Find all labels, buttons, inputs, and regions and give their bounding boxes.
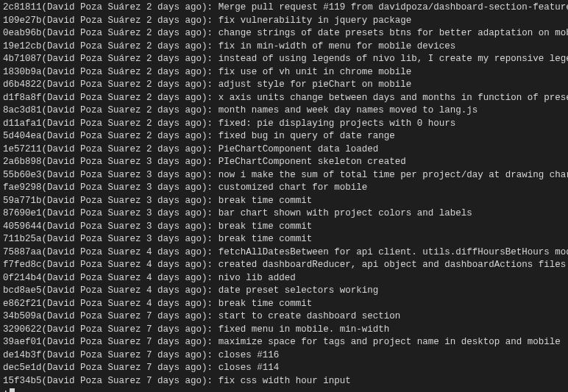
close-paren: ) xyxy=(202,170,207,180)
commit-author: David Poza Suarez xyxy=(47,311,141,321)
commit-line: 15f34b5(David Poza Suarez 7 days ago): f… xyxy=(3,375,565,388)
commit-line: de14b3f(David Poza Suarez 7 days ago): c… xyxy=(3,349,565,363)
pager-prompt[interactable]: : xyxy=(3,388,565,392)
colon-sep: : xyxy=(207,311,219,321)
commit-message: month names and week day names moved to … xyxy=(219,105,478,115)
commit-hash: 4b71087 xyxy=(3,54,42,64)
close-paren: ) xyxy=(202,105,207,115)
close-paren: ) xyxy=(202,67,207,77)
commit-author: David Poza Suarez xyxy=(47,273,141,283)
commit-line: 19e12cb(David Poza Suárez 2 days ago): f… xyxy=(3,40,565,54)
commit-date: 2 days ago xyxy=(146,79,202,90)
commit-hash: 711b25a xyxy=(3,234,42,244)
commit-message: start to create dashboard section xyxy=(219,311,401,321)
commit-message: date preset selectors working xyxy=(219,285,379,296)
colon-sep: : xyxy=(207,273,219,283)
commit-author: David Poza Suarez xyxy=(47,196,141,206)
commit-message: Merge pull request #119 from davidpoza/d… xyxy=(219,2,568,13)
commit-message: fixed bug in query of date range xyxy=(219,131,395,141)
commit-message: break time commit xyxy=(219,299,313,309)
colon-sep: : xyxy=(207,131,219,141)
commit-line: 39aef01(David Poza Suarez 7 days ago): m… xyxy=(3,336,565,349)
commit-author: David Poza Suarez xyxy=(47,337,141,347)
close-paren: ) xyxy=(202,54,207,64)
commit-date: 3 days ago xyxy=(146,208,202,218)
colon-sep: : xyxy=(207,54,219,64)
commit-hash: 15f34b5 xyxy=(3,376,42,386)
commit-date: 2 days ago xyxy=(146,144,202,154)
colon-sep: : xyxy=(207,376,219,386)
close-paren: ) xyxy=(202,28,207,38)
close-paren: ) xyxy=(202,350,207,360)
close-paren: ) xyxy=(202,93,207,103)
open-paren: ( xyxy=(42,105,48,115)
commit-date: 7 days ago xyxy=(146,311,202,321)
commit-hash: 5d404ea xyxy=(3,131,42,141)
commit-hash: 8ac3d81 xyxy=(3,105,42,115)
open-paren: ( xyxy=(42,196,48,206)
close-paren: ) xyxy=(202,311,207,321)
commit-hash: e862f21 xyxy=(3,299,42,309)
colon-sep: : xyxy=(207,182,219,193)
commit-line: 34b509a(David Poza Suarez 7 days ago): s… xyxy=(3,310,565,324)
open-paren: ( xyxy=(42,285,48,296)
commit-author: David Poza Suárez xyxy=(47,67,141,77)
commit-date: 4 days ago xyxy=(146,273,202,283)
commit-date: 4 days ago xyxy=(146,260,202,270)
colon-sep: : xyxy=(207,67,219,77)
close-paren: ) xyxy=(202,363,207,373)
commit-hash: 109e27b xyxy=(3,15,42,26)
commit-line: 75887aa(David Poza Suarez 4 days ago): f… xyxy=(3,246,565,260)
open-paren: ( xyxy=(42,208,48,218)
open-paren: ( xyxy=(42,260,48,270)
colon-sep: : xyxy=(207,350,219,360)
commit-date: 2 days ago xyxy=(146,54,202,64)
commit-message: break time commit xyxy=(219,221,313,232)
commit-date: 3 days ago xyxy=(146,196,202,206)
commit-author: David Poza Suarez xyxy=(47,234,141,244)
colon-sep: : xyxy=(207,144,219,154)
close-paren: ) xyxy=(202,79,207,90)
git-log-output: 2c81811(David Poza Suárez 2 days ago): M… xyxy=(0,0,568,392)
commit-hash: 75887aa xyxy=(3,247,42,257)
commit-line: 1e57211(David Poza Suarez 2 days ago): P… xyxy=(3,143,565,157)
commit-author: David Poza Suárez xyxy=(47,2,141,13)
commit-author: David Poza Suárez xyxy=(47,41,141,51)
open-paren: ( xyxy=(42,118,48,129)
commit-message: fixed: pie displaying projects with 0 ho… xyxy=(219,118,456,129)
close-paren: ) xyxy=(202,131,207,141)
close-paren: ) xyxy=(202,221,207,232)
commit-line: 711b25a(David Poza Suarez 3 days ago): b… xyxy=(3,233,565,246)
commit-author: David Poza Suarez xyxy=(47,182,141,193)
commit-hash: 39aef01 xyxy=(3,337,42,347)
commit-author: David Poza Suarez xyxy=(47,299,141,309)
open-paren: ( xyxy=(42,131,48,141)
commit-message: closes #114 xyxy=(219,363,280,373)
open-paren: ( xyxy=(42,28,48,38)
close-paren: ) xyxy=(202,157,207,167)
commit-line: fae9298(David Poza Suarez 3 days ago): c… xyxy=(3,182,565,195)
commit-author: David Poza Suarez xyxy=(47,376,141,386)
commit-line: 1830b9a(David Poza Suárez 2 days ago): f… xyxy=(3,66,565,79)
commit-hash: 1830b9a xyxy=(3,67,42,77)
commit-line: 4b71087(David Poza Suárez 2 days ago): i… xyxy=(3,53,565,66)
open-paren: ( xyxy=(42,15,48,26)
prompt-text: : xyxy=(3,388,9,392)
commit-date: 7 days ago xyxy=(146,363,202,373)
commit-date: 4 days ago xyxy=(146,247,202,257)
open-paren: ( xyxy=(42,299,48,309)
commit-message: PieChartComponent data loaded xyxy=(219,144,379,154)
open-paren: ( xyxy=(42,157,48,167)
commit-message: PIeChartComponent skeleton created xyxy=(219,157,406,167)
commit-line: 87690e1(David Poza Suarez 3 days ago): b… xyxy=(3,207,565,221)
close-paren: ) xyxy=(202,324,207,335)
commit-hash: 0f214b4 xyxy=(3,273,42,283)
commit-message: fix css width hour input xyxy=(219,376,351,386)
commit-line: 0f214b4(David Poza Suarez 4 days ago): n… xyxy=(3,272,565,285)
commit-date: 7 days ago xyxy=(146,376,202,386)
colon-sep: : xyxy=(207,221,219,232)
colon-sep: : xyxy=(207,41,219,51)
commit-line: 5d404ea(David Poza Suarez 2 days ago): f… xyxy=(3,130,565,143)
colon-sep: : xyxy=(207,260,219,270)
open-paren: ( xyxy=(42,324,48,335)
